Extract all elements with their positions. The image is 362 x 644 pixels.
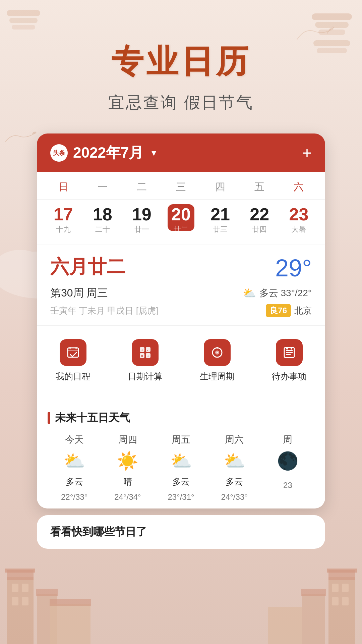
wday-desc-today: 多云 (66, 476, 83, 488)
temperature-display: 29° (275, 254, 312, 282)
bottom-title: 看看快到哪些节日了 (50, 526, 147, 538)
wday-label-today: 今天 (65, 433, 84, 446)
weather-day-fri[interactable]: 周五 ⛅ 多云 23°/31° (154, 433, 207, 502)
svg-rect-54 (286, 347, 288, 350)
quick-schedule[interactable]: 我的日程 (37, 332, 109, 389)
weather-info: ⛅ 多云 33°/22° (243, 287, 312, 300)
quick-date-calc[interactable]: + - × ÷ 日期计算 (109, 332, 181, 389)
wday-label-thu: 周四 (118, 433, 137, 446)
svg-rect-12 (5, 569, 35, 573)
svg-rect-20 (22, 597, 28, 605)
calendar-month-label[interactable]: 2022年7月 (73, 143, 143, 163)
bottom-section: 看看快到哪些节日了 (37, 515, 325, 549)
date-num-17: 17 (54, 206, 73, 223)
svg-rect-29 (332, 597, 339, 605)
info-row-2: 壬寅年 丁未月 甲戌日 [属虎] 良76 北京 (50, 304, 312, 317)
date-num-22: 22 (250, 206, 269, 223)
title-bar-decoration (48, 412, 50, 424)
wday-label-fri: 周五 (172, 433, 190, 446)
date-23[interactable]: 23 大暑 (279, 202, 318, 238)
svg-text:+: + (141, 348, 143, 352)
date-22[interactable]: 22 廿四 (240, 202, 279, 238)
quick-access-grid: 我的日程 + - × ÷ 日期计算 (37, 325, 325, 396)
city-label: 北京 (294, 305, 312, 317)
svg-rect-28 (342, 584, 349, 592)
wday-desc-thu: 晴 (123, 476, 132, 488)
svg-rect-23 (327, 569, 357, 573)
info-top-row: 六月廿二 29° (50, 254, 312, 282)
quick-cycle[interactable]: 生理周期 (181, 332, 253, 389)
wday-icon-today: ⛅ (63, 451, 85, 471)
weather-day-sat[interactable]: 周六 ⛅ 多云 24°/33° (208, 433, 261, 502)
wday-label-sat: 周六 (225, 433, 244, 446)
svg-rect-19 (12, 597, 18, 605)
week-info: 第30周 周三 (50, 286, 108, 301)
wday-temp-fri: 23°/31° (168, 492, 194, 502)
weekday-thu: 四 (201, 177, 240, 197)
weather-title-text: 未来十五日天气 (55, 411, 130, 425)
todo-icon (276, 339, 303, 366)
wday-icon-thu: ☀️ (117, 451, 138, 471)
ganzhi-info: 壬寅年 丁未月 甲戌日 [属虎] (50, 305, 158, 317)
info-row-1: 第30周 周三 ⛅ 多云 33°/22° (50, 286, 312, 301)
weather-desc: 多云 33°/22° (259, 287, 312, 300)
date-lunar-19: 廿一 (134, 224, 149, 234)
weather-day-today[interactable]: 今天 ⛅ 多云 22°/33° (48, 433, 101, 502)
svg-rect-26 (268, 607, 302, 644)
svg-rect-15 (50, 604, 90, 644)
svg-rect-18 (22, 584, 28, 592)
weather-day-next[interactable]: 周 🌑 23 (261, 433, 314, 502)
aqi-label: 良76 (266, 304, 291, 317)
date-17[interactable]: 17 十九 (44, 202, 83, 238)
weather-icon: ⛅ (243, 287, 256, 300)
calendar-header: 头条 2022年7月 ▾ + (37, 133, 325, 172)
schedule-label: 我的日程 (56, 371, 90, 382)
date-lunar-20: 廿二 (174, 224, 188, 234)
wday-icon-fri: ⛅ (170, 451, 192, 471)
date-num-21: 21 (210, 206, 230, 223)
svg-rect-16 (50, 599, 91, 606)
svg-rect-35 (68, 350, 78, 351)
date-lunar-21: 廿三 (213, 224, 228, 234)
chevron-down-icon[interactable]: ▾ (152, 147, 156, 158)
svg-rect-14 (36, 589, 58, 596)
weekday-sat: 六 (279, 177, 318, 197)
svg-rect-24 (302, 594, 325, 644)
svg-text:÷: ÷ (147, 354, 149, 358)
svg-rect-10 (7, 577, 34, 644)
date-20-today[interactable]: 20 廿二 (161, 202, 200, 238)
svg-rect-17 (12, 584, 18, 592)
weather-section: 未来十五日天气 今天 ⛅ 多云 22°/33° 周四 ☀️ 晴 24°/34° (37, 401, 325, 508)
cycle-icon (204, 339, 231, 366)
wday-label-next: 周 (283, 433, 292, 446)
calendar-header-left: 头条 2022年7月 ▾ (50, 143, 156, 163)
date-lunar-18: 二十 (95, 224, 110, 234)
date-lunar-22: 廿四 (252, 224, 267, 234)
svg-point-48 (217, 352, 218, 353)
cycle-label: 生理周期 (200, 371, 235, 382)
date-num-20: 20 (171, 206, 191, 223)
date-num-19: 19 (132, 206, 152, 223)
svg-rect-30 (342, 597, 349, 605)
weather-day-thu[interactable]: 周四 ☀️ 晴 24°/34° (101, 433, 154, 502)
date-19[interactable]: 19 廿一 (122, 202, 161, 238)
svg-rect-25 (301, 589, 326, 596)
todo-label: 待办事项 (272, 371, 307, 382)
svg-text:×: × (141, 354, 143, 358)
date-21[interactable]: 21 廿三 (201, 202, 240, 238)
date-lunar-23: 大暑 (291, 224, 306, 234)
wday-desc-fri: 多云 (172, 476, 190, 488)
quick-todo[interactable]: 待办事项 (253, 332, 325, 389)
weekday-wed: 三 (161, 177, 200, 197)
calendar-card: 头条 2022年7月 ▾ + 日 一 二 三 四 五 六 17 十九 (37, 133, 325, 508)
add-event-button[interactable]: + (302, 144, 312, 162)
weather-forecast-row: 今天 ⛅ 多云 22°/33° 周四 ☀️ 晴 24°/34° 周五 ⛅ 多云 (48, 433, 314, 502)
wday-icon-sat: ⛅ (224, 451, 245, 471)
dates-row: 17 十九 18 二十 19 廿一 20 廿二 21 廿三 (37, 200, 325, 245)
date-18[interactable]: 18 二十 (83, 202, 122, 238)
hero-subtitle: 宜忌查询 假日节气 (108, 92, 253, 113)
app-logo: 头条 (50, 144, 68, 162)
svg-rect-55 (291, 347, 292, 350)
wday-desc-sat: 多云 (226, 476, 243, 488)
wday-temp-next: 23 (283, 481, 292, 490)
